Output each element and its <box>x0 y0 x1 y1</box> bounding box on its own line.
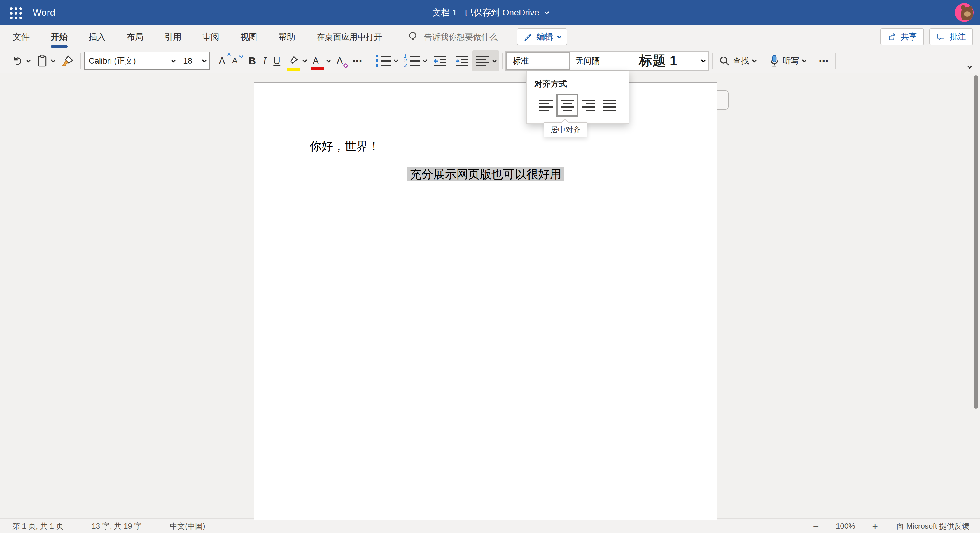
paragraph[interactable]: 充分展示网页版也可以很好用 <box>310 165 662 183</box>
underline-button[interactable]: U <box>270 51 284 72</box>
chevron-down-icon <box>557 34 562 38</box>
style-gallery: 标准 无间隔 标题 1 <box>506 51 709 70</box>
feedback-link[interactable]: 向 Microsoft 提供反馈 <box>897 521 969 531</box>
chevron-down-icon <box>544 10 549 14</box>
decrease-indent-button[interactable] <box>430 51 451 72</box>
clipboard-icon <box>37 54 48 67</box>
numbering-button[interactable]: 1 2 3 <box>401 51 430 72</box>
tab-home[interactable]: 开始 <box>51 25 68 49</box>
numbered-list-icon: 1 2 3 <box>404 55 420 67</box>
ribbon-toolbar: Calibri (正文) 18 A A B I U A <box>0 49 980 73</box>
collapse-ribbon-button[interactable] <box>963 62 975 71</box>
tab-view[interactable]: 视图 <box>240 25 257 49</box>
alignment-options <box>527 89 629 121</box>
increase-indent-icon <box>454 55 469 67</box>
chevron-down-icon <box>423 58 427 63</box>
tab-insert[interactable]: 插入 <box>89 25 106 49</box>
tab-layout[interactable]: 布局 <box>127 25 143 49</box>
language-status[interactable]: 中文(中国) <box>170 521 205 531</box>
tab-references[interactable]: 引用 <box>164 25 181 49</box>
word-count-status[interactable]: 13 字, 共 19 字 <box>92 521 142 531</box>
app-launcher-icon[interactable] <box>9 6 22 19</box>
clear-formatting-button[interactable]: A <box>333 51 347 72</box>
vertical-scrollbar[interactable] <box>974 74 979 518</box>
active-tab-underline <box>51 46 68 48</box>
style-heading-1[interactable]: 标题 1 <box>633 52 697 70</box>
paste-button[interactable] <box>33 51 58 72</box>
bullet-list-icon <box>375 55 391 67</box>
grow-font-button[interactable]: A <box>215 51 229 72</box>
document-page[interactable]: 你好，世界！ 充分展示网页版也可以很好用 <box>254 82 718 520</box>
alignment-button[interactable] <box>473 51 499 72</box>
paragraph[interactable]: 你好，世界！ <box>310 138 662 154</box>
align-center-option[interactable] <box>557 94 578 117</box>
avatar[interactable] <box>955 3 974 22</box>
search-icon <box>719 56 730 67</box>
chevron-down-icon <box>326 58 331 63</box>
tab-review[interactable]: 审阅 <box>202 25 220 49</box>
tell-me-placeholder: 告诉我你想要做什么 <box>424 32 498 43</box>
divider <box>369 53 369 69</box>
divider <box>812 53 812 69</box>
zoom-controls: − 100% + <box>813 521 878 531</box>
open-in-desktop-app-button[interactable]: 在桌面应用中打开 <box>317 32 382 43</box>
font-name-select[interactable]: Calibri (正文) <box>84 53 178 69</box>
tell-me-search[interactable]: 告诉我你想要做什么 <box>408 31 498 43</box>
tab-file[interactable]: 文件 <box>13 25 30 49</box>
zoom-in-button[interactable]: + <box>872 521 878 531</box>
shrink-font-button[interactable]: A <box>229 51 241 72</box>
lightbulb-icon <box>408 31 418 43</box>
chevron-down-icon <box>26 58 31 63</box>
style-gallery-more-button[interactable] <box>697 52 708 70</box>
align-right-option[interactable] <box>578 94 599 117</box>
style-no-spacing[interactable]: 无间隔 <box>570 52 633 70</box>
chevron-down-icon <box>701 58 706 63</box>
font-size-select[interactable]: 18 <box>178 53 209 69</box>
zoom-out-button[interactable]: − <box>813 521 819 531</box>
chevron-down-icon <box>967 64 972 68</box>
grow-font-icon: A <box>219 56 225 67</box>
chevron-down-icon <box>51 58 56 63</box>
page-count-status[interactable]: 第 1 页, 共 1 页 <box>12 521 64 531</box>
page-side-tab[interactable] <box>717 91 729 110</box>
increase-indent-button[interactable] <box>451 51 473 72</box>
divider <box>835 53 835 69</box>
undo-button[interactable] <box>8 51 33 72</box>
font-color-icon: A <box>313 56 319 66</box>
justify-icon <box>603 100 616 111</box>
alignment-dropdown-title: 对齐方式 <box>527 72 629 89</box>
scrollbar-thumb[interactable] <box>974 75 978 409</box>
edit-mode-button[interactable]: 编辑 <box>517 28 567 45</box>
alignment-dropdown: 对齐方式 <box>527 71 629 124</box>
chevron-down-icon <box>492 58 497 63</box>
decrease-indent-icon <box>433 55 447 67</box>
more-font-options-button[interactable]: ⋯ <box>347 51 366 72</box>
highlight-color-button[interactable] <box>284 51 309 72</box>
format-painter-button[interactable] <box>58 51 78 72</box>
ribbon-tabs: 文件 开始 插入 布局 引用 审阅 视图 帮助 <box>0 25 295 49</box>
font-color-button[interactable]: A <box>309 51 333 72</box>
style-normal[interactable]: 标准 <box>506 52 570 70</box>
align-left-option[interactable] <box>536 94 557 117</box>
ribbon-more-commands-button[interactable]: ⋯ <box>815 51 832 72</box>
status-bar: 第 1 页, 共 1 页 13 字, 共 19 字 中文(中国) − 100% … <box>0 519 980 533</box>
chevron-down-icon <box>394 58 398 63</box>
pencil-icon <box>524 32 533 41</box>
italic-button[interactable]: I <box>259 51 270 72</box>
comments-button[interactable]: 批注 <box>929 28 973 45</box>
chevron-down-icon <box>302 58 307 63</box>
find-button[interactable]: 查找 <box>716 51 759 72</box>
dictate-button[interactable]: 听写 <box>765 51 809 72</box>
selected-text[interactable]: 充分展示网页版也可以很好用 <box>407 167 564 181</box>
divider <box>502 53 503 69</box>
bold-button[interactable]: B <box>245 51 259 72</box>
tab-help[interactable]: 帮助 <box>278 25 295 49</box>
share-button[interactable]: 共享 <box>880 28 924 45</box>
app-name: Word <box>33 7 56 18</box>
justify-option[interactable] <box>599 94 620 117</box>
menu-bar: 文件 开始 插入 布局 引用 审阅 视图 帮助 在桌面应用中打开 告诉我你想要做… <box>0 25 980 49</box>
document-canvas: 你好，世界！ 充分展示网页版也可以很好用 <box>0 73 980 519</box>
bullets-button[interactable] <box>372 51 401 72</box>
document-title[interactable]: 文档 1 - 已保存到 OneDrive <box>432 7 548 19</box>
zoom-level[interactable]: 100% <box>836 522 856 531</box>
